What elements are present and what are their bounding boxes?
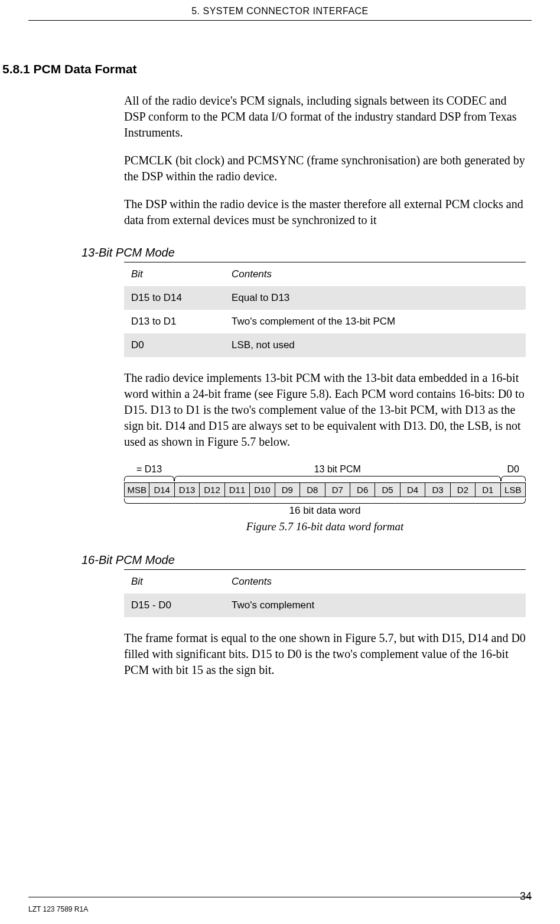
table-cell: D15 to D14 — [124, 286, 224, 310]
bit-cell: D8 — [299, 482, 325, 497]
bit-cell: D7 — [325, 482, 350, 497]
table-16bit: Bit Contents D15 - D0 Two's complement — [124, 569, 526, 617]
footer-doc-id: LZT 123 7589 R1A — [28, 905, 88, 913]
table-13bit: Bit Contents D15 to D14 Equal to D13 D13… — [124, 262, 526, 357]
page-header: 5. SYSTEM CONNECTOR INTERFACE — [28, 0, 532, 21]
bit-cell: D11 — [224, 482, 250, 497]
page-footer: LZT 123 7589 R1A 34 — [28, 897, 532, 913]
bit-diagram: = D13 13 bit PCM D0 MSB D14 D13 D12 D11 … — [124, 461, 526, 517]
bit-cell: MSB — [124, 482, 149, 497]
paragraph: The DSP within the radio device is the m… — [124, 196, 526, 228]
bit-cell: D10 — [249, 482, 275, 497]
table-cell: Two's complement — [224, 594, 526, 617]
subheading-13bit: 13-Bit PCM Mode — [82, 246, 532, 260]
table-cell: Two's complement of the 13-bit PCM — [224, 310, 526, 333]
table-cell: Equal to D13 — [224, 286, 526, 310]
table-cell: D15 - D0 — [124, 594, 224, 617]
section-title: PCM Data Format — [34, 62, 137, 76]
bit-cell: D13 — [174, 482, 200, 497]
table-cell: D0 — [124, 333, 224, 357]
bit-cell: D3 — [425, 482, 450, 497]
diagram-label-16bit-word: 16 bit data word — [124, 505, 526, 517]
diagram-label-13bit: 13 bit PCM — [174, 464, 501, 475]
diagram-label-eq-d13: = D13 — [124, 464, 174, 475]
section-number: 5.8.1 — [2, 62, 30, 76]
table-cell: LSB, not used — [224, 333, 526, 357]
table-header: Contents — [224, 262, 526, 287]
bit-cell: D5 — [375, 482, 400, 497]
paragraph: PCMCLK (bit clock) and PCMSYNC (frame sy… — [124, 153, 526, 184]
bit-cell: D2 — [450, 482, 476, 497]
bit-cell: D9 — [275, 482, 300, 497]
bit-cell: D1 — [475, 482, 500, 497]
footer-page-number: 34 — [520, 890, 532, 903]
diagram-label-d0: D0 — [501, 464, 526, 475]
bit-cell: D4 — [400, 482, 425, 497]
bit-cell: D14 — [149, 482, 174, 497]
paragraph: The frame format is equal to the one sho… — [124, 630, 526, 678]
paragraph: All of the radio device's PCM signals, i… — [124, 93, 526, 141]
table-cell: D13 to D1 — [124, 310, 224, 333]
bit-cell: D6 — [350, 482, 375, 497]
table-header: Contents — [224, 570, 526, 594]
section-heading: 5.8.1 PCM Data Format — [2, 62, 532, 76]
paragraph: The radio device implements 13-bit PCM w… — [124, 370, 526, 450]
table-header: Bit — [124, 262, 224, 287]
subheading-16bit: 16-Bit PCM Mode — [82, 553, 532, 567]
table-header: Bit — [124, 570, 224, 594]
bit-cell: D12 — [199, 482, 224, 497]
bit-cell: LSB — [500, 482, 526, 497]
figure-caption: Figure 5.7 16-bit data word format — [124, 520, 526, 533]
